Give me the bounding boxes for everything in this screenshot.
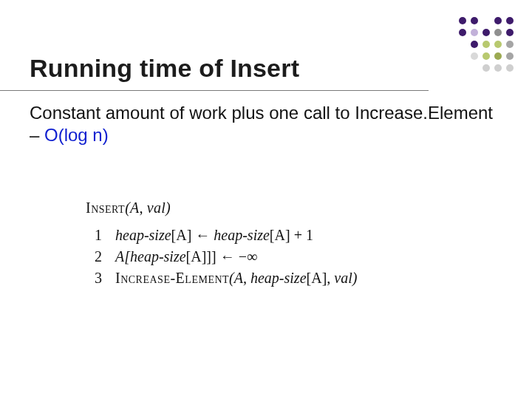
decor-dot bbox=[471, 41, 478, 48]
line-number: 2 bbox=[86, 248, 102, 265]
line-content: heap-size[A] ← heap-size[A] + 1 bbox=[115, 227, 313, 244]
pseudocode-line: 1 heap-size[A] ← heap-size[A] + 1 bbox=[86, 227, 505, 244]
decor-dot bbox=[506, 41, 514, 48]
pseudocode-fn: Insert bbox=[86, 200, 125, 216]
line-content: A[heap-size[A]]] ← −∞ bbox=[115, 248, 257, 265]
decor-dot bbox=[471, 52, 478, 60]
decor-dot bbox=[494, 41, 502, 48]
decor-dot bbox=[506, 17, 514, 24]
pseudocode-line: 3 Increase-Element(A, heap-size[A], val) bbox=[86, 270, 505, 287]
line-number: 3 bbox=[86, 270, 102, 287]
decor-dot bbox=[459, 17, 466, 24]
pseudocode-block: Insert(A, val) 1 heap-size[A] ← heap-siz… bbox=[86, 200, 505, 287]
slide-title: Running time of Insert bbox=[30, 54, 505, 83]
decor-dot bbox=[471, 17, 478, 24]
decor-dot bbox=[494, 64, 502, 72]
decor-dot bbox=[494, 52, 502, 60]
corner-decoration bbox=[457, 15, 516, 74]
decor-dot bbox=[482, 29, 490, 36]
line-number: 1 bbox=[86, 227, 102, 244]
decor-dot bbox=[506, 29, 514, 36]
decor-dot bbox=[482, 64, 490, 72]
decor-dot bbox=[482, 52, 490, 60]
decor-dot bbox=[506, 64, 514, 72]
slide: Running time of Insert Constant amount o… bbox=[0, 0, 532, 399]
pseudocode-line: 2 A[heap-size[A]]] ← −∞ bbox=[86, 248, 505, 265]
decor-dot bbox=[494, 29, 502, 36]
decor-dot bbox=[471, 29, 478, 36]
divider-line bbox=[0, 90, 429, 91]
pseudocode-args: (A, val) bbox=[125, 200, 171, 216]
decor-dot bbox=[459, 29, 466, 36]
line-content: Increase-Element(A, heap-size[A], val) bbox=[115, 270, 357, 287]
body-text: Constant amount of work plus one call to… bbox=[30, 102, 505, 146]
decor-dot bbox=[482, 41, 490, 48]
complexity: O(log n) bbox=[44, 125, 109, 145]
pseudocode-header: Insert(A, val) bbox=[86, 200, 505, 216]
decor-dot bbox=[506, 52, 514, 60]
decor-dot bbox=[494, 17, 502, 24]
